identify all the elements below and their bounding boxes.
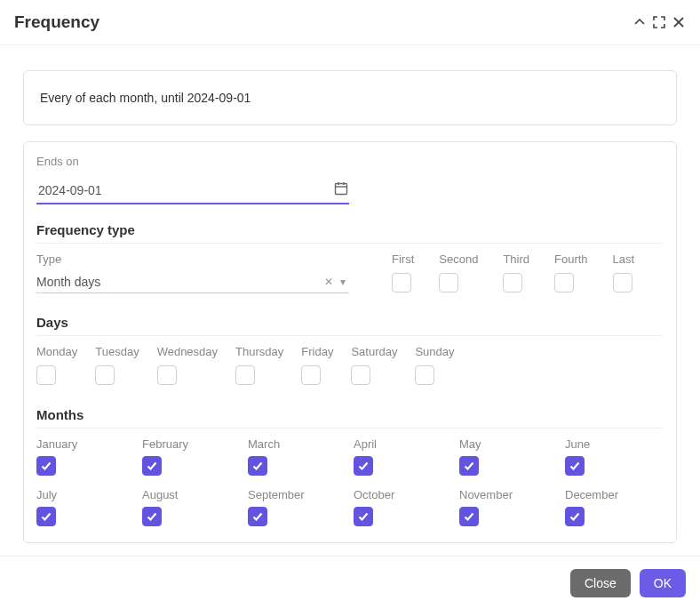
month-june-label: June xyxy=(565,437,664,451)
day-tuesday-checkbox[interactable] xyxy=(95,365,115,385)
ends-on-input[interactable] xyxy=(36,177,349,204)
day-friday-label: Friday xyxy=(301,345,333,358)
type-column: Type Month days ✕ ▾ xyxy=(36,252,349,293)
day-saturday: Saturday xyxy=(351,345,397,388)
summary-box: Every of each month, until 2024-09-01 xyxy=(23,70,677,125)
month-august-checkbox[interactable] xyxy=(142,507,162,526)
month-april: April xyxy=(354,437,452,476)
month-august-label: August xyxy=(142,488,241,501)
month-april-checkbox[interactable] xyxy=(354,456,373,476)
frequency-type-title: Frequency type xyxy=(36,222,664,237)
summary-text: Every of each month, until 2024-09-01 xyxy=(40,91,251,105)
header-actions xyxy=(632,15,686,29)
ends-on-label: Ends on xyxy=(36,155,664,168)
day-wednesday: Wednesday xyxy=(157,345,218,388)
day-monday: Monday xyxy=(36,345,77,388)
month-march-label: March xyxy=(248,437,346,451)
day-tuesday: Tuesday xyxy=(95,345,139,388)
ordinal-last-checkbox[interactable] xyxy=(613,273,632,292)
ordinal-third: Third xyxy=(503,252,529,295)
days-title: Days xyxy=(36,315,664,330)
ordinal-second-checkbox[interactable] xyxy=(439,273,458,292)
day-monday-checkbox[interactable] xyxy=(36,365,56,385)
day-thursday-checkbox[interactable] xyxy=(235,365,255,385)
ok-button[interactable]: OK xyxy=(640,569,686,597)
months-title: Months xyxy=(36,407,664,422)
month-may-checkbox[interactable] xyxy=(459,456,479,476)
close-icon[interactable] xyxy=(672,15,686,29)
ordinal-last: Last xyxy=(613,252,635,295)
month-july-checkbox[interactable] xyxy=(36,507,56,526)
day-sunday-label: Sunday xyxy=(415,345,454,358)
month-september: September xyxy=(248,488,346,526)
month-april-label: April xyxy=(354,437,452,451)
month-september-label: September xyxy=(248,488,346,501)
month-june-checkbox[interactable] xyxy=(565,456,585,476)
day-wednesday-checkbox[interactable] xyxy=(157,365,177,385)
section-divider xyxy=(36,428,664,429)
month-august: August xyxy=(142,488,241,526)
month-october: October xyxy=(354,488,452,526)
month-march-checkbox[interactable] xyxy=(248,456,267,476)
month-december-checkbox[interactable] xyxy=(565,507,585,526)
ends-on-field[interactable] xyxy=(36,182,333,198)
day-thursday: Thursday xyxy=(235,345,283,388)
month-november: November xyxy=(459,488,558,526)
day-friday-checkbox[interactable] xyxy=(301,365,321,385)
day-saturday-label: Saturday xyxy=(351,345,397,358)
section-divider xyxy=(36,335,664,336)
ordinal-first-checkbox[interactable] xyxy=(392,273,411,292)
month-november-checkbox[interactable] xyxy=(459,507,479,526)
month-may: May xyxy=(459,437,558,476)
calendar-icon[interactable] xyxy=(333,180,349,199)
form-box: Ends on Frequency type Type Month days xyxy=(23,141,677,543)
month-january-checkbox[interactable] xyxy=(36,456,56,476)
frequency-dialog: Frequency Every of each month, until 202… xyxy=(0,0,700,609)
section-divider xyxy=(36,243,664,244)
fullscreen-icon[interactable] xyxy=(652,15,666,29)
type-caret-icon[interactable]: ▾ xyxy=(337,276,349,288)
month-december: December xyxy=(565,488,664,526)
ordinal-group: First Second Third Fourth xyxy=(392,252,634,295)
dialog-footer: Close OK xyxy=(0,556,700,609)
ordinal-fourth-checkbox[interactable] xyxy=(554,273,574,292)
type-select[interactable]: Month days ✕ ▾ xyxy=(36,271,349,293)
ordinal-first: First xyxy=(392,252,414,295)
month-september-checkbox[interactable] xyxy=(248,507,267,526)
day-tuesday-label: Tuesday xyxy=(95,345,139,358)
type-clear-icon[interactable]: ✕ xyxy=(321,276,337,288)
month-june: June xyxy=(565,437,664,476)
day-saturday-checkbox[interactable] xyxy=(351,365,370,385)
month-december-label: December xyxy=(565,488,664,501)
month-january: January xyxy=(36,437,135,476)
month-february: February xyxy=(142,437,241,476)
collapse-icon[interactable] xyxy=(632,15,647,29)
type-row: Type Month days ✕ ▾ First Second xyxy=(36,252,664,295)
dialog-header: Frequency xyxy=(0,0,700,45)
month-february-checkbox[interactable] xyxy=(142,456,162,476)
ordinal-third-checkbox[interactable] xyxy=(503,273,522,292)
ordinal-second: Second xyxy=(439,252,478,295)
type-value: Month days xyxy=(36,275,321,289)
month-january-label: January xyxy=(36,437,135,451)
dialog-title: Frequency xyxy=(14,12,99,32)
day-sunday-checkbox[interactable] xyxy=(415,365,434,385)
month-october-checkbox[interactable] xyxy=(354,507,373,526)
months-grid: January February March April May xyxy=(36,437,664,526)
month-may-label: May xyxy=(459,437,558,451)
day-wednesday-label: Wednesday xyxy=(157,345,218,358)
month-july: July xyxy=(36,488,135,526)
month-october-label: October xyxy=(354,488,452,501)
month-march: March xyxy=(248,437,346,476)
day-monday-label: Monday xyxy=(36,345,77,358)
month-july-label: July xyxy=(36,488,135,501)
day-sunday: Sunday xyxy=(415,345,454,388)
ordinal-last-label: Last xyxy=(613,252,635,266)
ordinal-first-label: First xyxy=(392,252,414,266)
day-friday: Friday xyxy=(301,345,333,388)
ordinal-third-label: Third xyxy=(503,252,529,266)
close-button[interactable]: Close xyxy=(570,569,631,597)
month-november-label: November xyxy=(459,488,558,501)
month-february-label: February xyxy=(142,437,241,451)
ordinal-fourth: Fourth xyxy=(554,252,588,295)
